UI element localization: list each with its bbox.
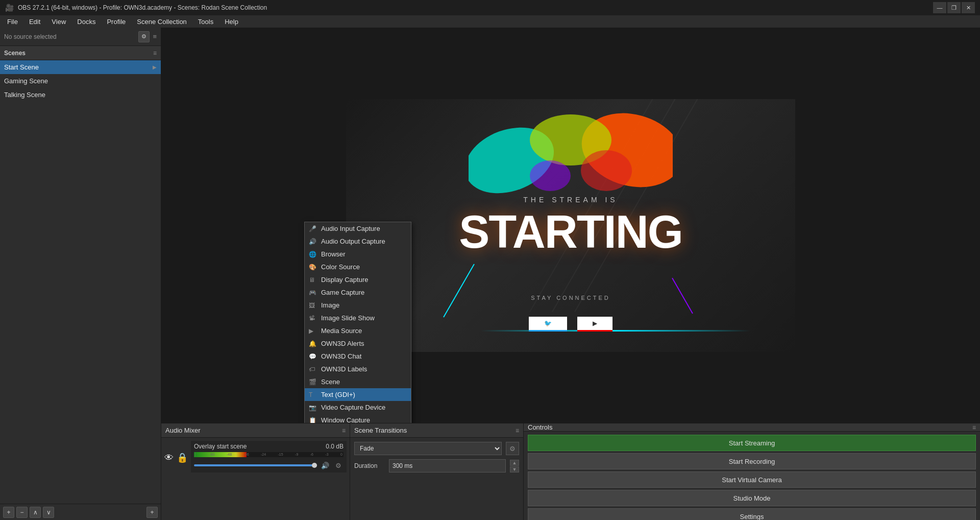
mute-button[interactable]: 🔊 [320, 460, 330, 470]
audio-meter-fill [194, 452, 247, 457]
audio-mixer-header: Audio Mixer ≡ [161, 423, 350, 438]
menu-item-help[interactable]: Help [219, 17, 243, 27]
control-studio-mode-button[interactable]: Studio Mode [528, 490, 976, 506]
context-menu-item[interactable]: 🖼Image [305, 299, 411, 312]
context-menu-item[interactable]: 🌐Browser [305, 248, 411, 261]
duration-label: Duration [354, 462, 385, 469]
audio-lock-icon[interactable]: 🔒 [177, 452, 188, 463]
controls-collapse-icon[interactable]: ≡ [972, 424, 976, 431]
scene-transitions-title: Scene Transitions [354, 427, 407, 434]
duration-up-button[interactable]: ▲ [510, 460, 519, 466]
menu-item-view[interactable]: View [46, 17, 71, 27]
properties-button[interactable]: ⚙ [138, 31, 150, 42]
duration-down-button[interactable]: ▼ [510, 466, 519, 472]
context-menu-item[interactable]: 📽Image Slide Show [305, 312, 411, 324]
audio-mixer-collapse-icon[interactable]: ≡ [342, 427, 346, 434]
context-menu-item[interactable]: 📷Video Capture Device [305, 401, 411, 414]
controls-content: Start StreamingStart RecordingStart Virt… [524, 432, 980, 520]
context-menu-item[interactable]: 🔊Audio Output Capture [305, 235, 411, 248]
duration-spinners: ▲ ▼ [510, 460, 519, 472]
context-menu-item[interactable]: 🏷OWN3D Labels [305, 363, 411, 375]
move-down-scene-button[interactable]: ∨ [43, 507, 54, 518]
context-menu-item[interactable]: 🔔OWN3D Alerts [305, 337, 411, 350]
add-scene-button[interactable]: + [3, 507, 14, 518]
menu-item-edit[interactable]: Edit [24, 17, 45, 27]
audio-meter: ▏ -60 -48 -36 -24 -15 -9 -6 -3 0 [194, 452, 344, 457]
audio-settings-button[interactable]: ⚙ [333, 460, 344, 470]
context-menu-item[interactable]: 💬OWN3D Chat [305, 350, 411, 363]
preview-text-overlay: THE STREAM IS STARTING [346, 99, 795, 352]
audio-mixer-title: Audio Mixer [165, 427, 201, 434]
move-up-scene-button[interactable]: ∧ [30, 507, 41, 518]
transition-settings-button[interactable]: ⚙ [506, 442, 519, 455]
context-menu-item-icon: T [309, 391, 312, 398]
context-menu-item-label: Display Capture [321, 276, 369, 283]
audio-mixer-content: 👁 🔒 Overlay start scene 0.0 dB ▏ [161, 438, 350, 520]
scene-transitions-panel: Scene Transitions ≡ Fade Cut Slide ⚙ Dur… [350, 423, 524, 520]
context-menu-item[interactable]: 🎬Scene [305, 375, 411, 388]
scene-active-arrow: ▶ [153, 64, 157, 70]
scenes-list: Start Scene▶Gaming SceneTalking Scene [0, 60, 161, 504]
close-button[interactable]: ✕ [962, 2, 975, 13]
scene-item-label: Talking Scene [4, 91, 45, 99]
title-bar-title: OBS 27.2.1 (64-bit, windows) - Profile: … [18, 4, 267, 11]
scenes-collapse-icon[interactable]: ≡ [153, 50, 157, 57]
left-sidebar: No source selected ⚙ ≡ Scenes ≡ Start Sc… [0, 28, 161, 520]
context-menu-item[interactable]: 🎤Audio Input Capture [305, 222, 411, 235]
controls-title: Controls [528, 423, 552, 431]
scene-transitions-collapse-icon[interactable]: ≡ [516, 427, 519, 434]
control-start-virtual-camera-button[interactable]: Start Virtual Camera [528, 471, 976, 488]
app-icon: 🎥 [5, 4, 14, 12]
context-menu-item-icon: 📽 [309, 315, 315, 322]
context-menu-item-icon: 📷 [309, 404, 316, 411]
control-settings-button[interactable]: Settings [528, 508, 976, 520]
duration-row: Duration ▲ ▼ [354, 459, 519, 472]
stream-starting-big-text: STARTING [459, 209, 682, 255]
context-menu-item-label: Video Capture Device [321, 404, 385, 411]
scene-item[interactable]: Talking Scene [0, 88, 161, 102]
sources-collapse-icon[interactable]: ≡ [153, 33, 157, 40]
context-menu-item[interactable]: 🖥Display Capture [305, 273, 411, 286]
context-menu-item[interactable]: TText (GDI+) [305, 388, 411, 401]
twitter-bar: 🐦 [529, 317, 567, 332]
remove-scene-button[interactable]: − [16, 507, 28, 518]
main-layout: No source selected ⚙ ≡ Scenes ≡ Start Sc… [0, 28, 980, 520]
controls-panel: Controls ≡ Start StreamingStart Recordin… [524, 423, 980, 520]
duration-input[interactable] [389, 459, 506, 472]
volume-handle[interactable] [312, 463, 317, 468]
menu-item-profile[interactable]: Profile [102, 17, 131, 27]
context-menu-item[interactable]: 🎮Game Capture [305, 286, 411, 299]
context-menu-item[interactable]: 📋Window Capture [305, 414, 411, 423]
control-start-recording-button[interactable]: Start Recording [528, 453, 976, 469]
menu-item-tools[interactable]: Tools [193, 17, 218, 27]
volume-slider[interactable] [194, 464, 317, 466]
context-menu-item-label: Image Slide Show [321, 314, 375, 322]
menu-item-scene collection[interactable]: Scene Collection [132, 17, 192, 27]
menu-item-docks[interactable]: Docks [72, 17, 101, 27]
twitter-icon: 🐦 [544, 320, 552, 327]
control-start-streaming-button[interactable]: Start Streaming [528, 435, 976, 451]
menu-item-file[interactable]: File [2, 17, 23, 27]
scene-item-label: Gaming Scene [4, 77, 48, 85]
audio-track-overlay: Overlay start scene 0.0 dB ▏ -60 -48 -36 [191, 441, 347, 472]
scene-item[interactable]: Gaming Scene [0, 74, 161, 88]
maximize-button[interactable]: ❐ [947, 2, 961, 13]
scene-item-label: Start Scene [4, 63, 39, 71]
context-menu-item-label: Text (GDI+) [321, 391, 355, 398]
audio-track-db: 0.0 dB [326, 443, 344, 450]
transition-select[interactable]: Fade Cut Slide [354, 442, 502, 455]
audio-mixer-panel: Audio Mixer ≡ 👁 🔒 Overlay start scene 0.… [161, 423, 350, 520]
add-source-button[interactable]: + [146, 507, 158, 518]
sources-header: No source selected ⚙ ≡ [0, 28, 161, 46]
context-menu-item[interactable]: 🎨Color Source [305, 261, 411, 273]
scene-item[interactable]: Start Scene▶ [0, 60, 161, 74]
context-menu-item-icon: 🔊 [309, 238, 316, 245]
context-menu-item-label: Color Source [321, 263, 360, 271]
context-menu-item[interactable]: ▶Media Source [305, 324, 411, 337]
audio-track-name: Overlay start scene [194, 443, 247, 450]
audio-eye-icon[interactable]: 👁 [164, 453, 174, 463]
context-menu: 🎤Audio Input Capture🔊Audio Output Captur… [304, 222, 411, 423]
context-menu-item-label: Scene [321, 378, 340, 386]
title-bar-left: 🎥 OBS 27.2.1 (64-bit, windows) - Profile… [5, 4, 267, 12]
minimize-button[interactable]: — [933, 2, 946, 13]
